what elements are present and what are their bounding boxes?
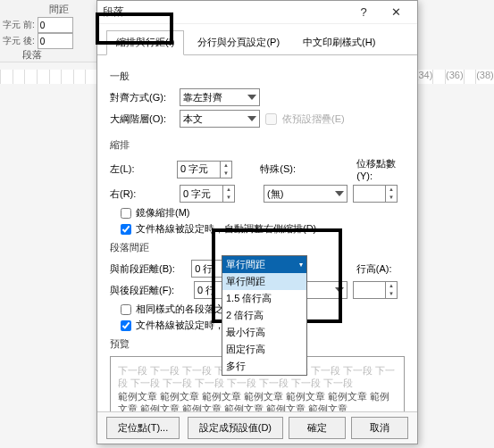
mirror-indent-label: 鏡像縮排(M) [136, 206, 190, 220]
special-label: 特殊(S): [260, 162, 308, 176]
special-select[interactable]: (無) [264, 185, 347, 203]
space-after-label: 與後段距離(F): [110, 284, 188, 297]
by-label: 位移點數(Y): [356, 157, 405, 181]
at-label: 行高(A): [356, 262, 405, 276]
ribbon-after-spinner[interactable]: 字元 後: [3, 33, 88, 49]
tab-line-page-breaks[interactable]: 分行與分頁設定(P) [188, 30, 289, 55]
space-before-label: 與前段距離(B): [110, 262, 186, 276]
ribbon-after-input[interactable] [38, 33, 73, 49]
auto-indent-checkbox[interactable] [121, 224, 131, 235]
line-spacing-option-atleast[interactable]: 最小行高 [222, 324, 306, 341]
section-spacing: 段落間距 [110, 241, 405, 254]
ribbon-before-spinner[interactable]: 字元 前: [3, 17, 88, 33]
title-bar: 段落 ? ✕ [97, 1, 417, 24]
chevron-down-icon: ▾ [299, 261, 303, 269]
alignment-label: 對齊方式(G): [110, 91, 174, 104]
tab-indent-spacing[interactable]: 縮排與行距(I) [106, 30, 184, 55]
snap-grid-checkbox[interactable] [121, 320, 131, 331]
left-indent-spinner[interactable]: ▲▼ [177, 161, 232, 178]
line-spacing-dropdown-open[interactable]: 單行間距 ▾ 單行間距 1.5 倍行高 2 倍行高 最小行高 固定行高 多行 [222, 255, 307, 376]
ribbon-spacing-group: 間距 字元 前: 字元 後: 段落 [0, 0, 98, 62]
section-indent: 縮排 [110, 138, 405, 152]
line-spacing-option-15[interactable]: 1.5 倍行高 [222, 290, 306, 307]
set-default-button[interactable]: 設定成預設值(D) [188, 417, 283, 439]
collapse-checkbox [265, 113, 277, 125]
outline-select[interactable]: 本文 [180, 110, 260, 128]
line-spacing-option-exactly[interactable]: 固定行高 [222, 341, 306, 358]
at-spinner[interactable]: ▲▼ [353, 281, 398, 299]
cancel-button[interactable]: 取消 [351, 417, 408, 439]
ok-button[interactable]: 確定 [289, 417, 346, 439]
dialog-title: 段落 [103, 4, 347, 20]
dialog-footer: 定位點(T)... 設定成預設值(D) 確定 取消 [97, 411, 417, 444]
line-spacing-option-double[interactable]: 2 倍行高 [222, 307, 306, 324]
alignment-select[interactable]: 靠左對齊 [180, 88, 260, 106]
line-spacing-selected[interactable]: 單行間距 ▾ [222, 256, 306, 273]
line-spacing-option-single[interactable]: 單行間距 [222, 273, 306, 290]
by-spinner[interactable]: ▲▼ [353, 185, 398, 203]
auto-indent-label: 文件格線被設定時，自動調整右側縮排(D) [136, 222, 316, 236]
tab-strip: 縮排與行距(I) 分行與分頁設定(P) 中文印刷樣式(H) [97, 24, 417, 55]
ribbon-before-input[interactable] [38, 17, 73, 33]
help-button[interactable]: ? [347, 2, 380, 23]
line-spacing-option-multiple[interactable]: 多行 [222, 358, 306, 375]
left-indent-label: 左(L): [110, 162, 172, 176]
section-general: 一般 [110, 70, 405, 83]
right-indent-label: 右(R): [110, 187, 174, 201]
collapse-label: 依預設摺疊(E) [282, 112, 345, 126]
outline-label: 大綱階層(O): [110, 112, 174, 126]
paragraph-dialog: 段落 ? ✕ 縮排與行距(I) 分行與分頁設定(P) 中文印刷樣式(H) 一般 … [96, 0, 418, 444]
ribbon-group-paragraph: 段落 [22, 48, 42, 62]
no-space-same-style-checkbox[interactable] [121, 304, 131, 315]
mirror-indent-checkbox[interactable] [121, 208, 131, 219]
tab-asian-typography[interactable]: 中文印刷樣式(H) [293, 30, 385, 55]
close-button[interactable]: ✕ [380, 2, 412, 23]
right-indent-spinner[interactable]: ▲▼ [180, 185, 235, 203]
tabs-button[interactable]: 定位點(T)... [106, 417, 180, 439]
ribbon-group-label: 間距 [49, 3, 69, 16]
